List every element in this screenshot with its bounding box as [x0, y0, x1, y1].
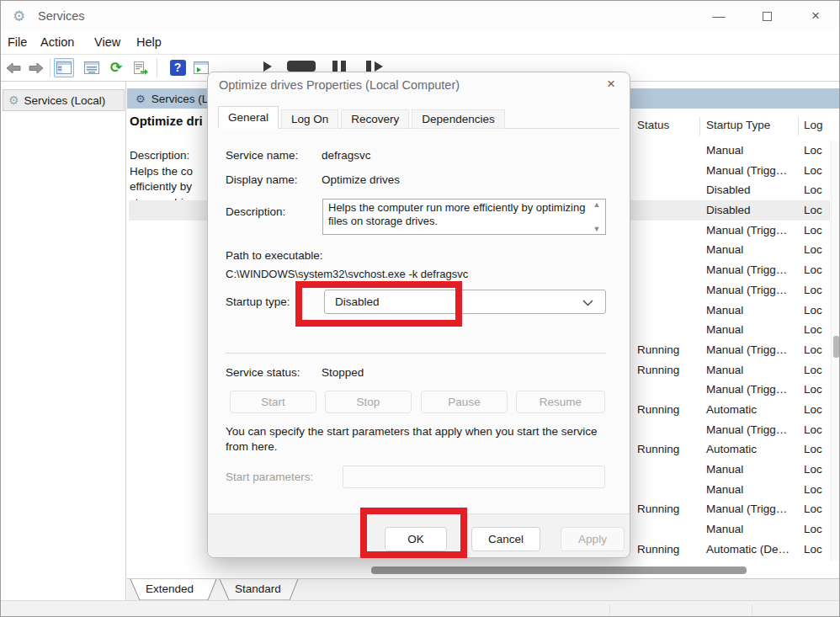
services-window: ⚙ Services — × File Action View Help ⟳ ? [0, 0, 840, 617]
service-cell-log: Loc [804, 519, 822, 540]
service-cell-startup: Manual [706, 460, 743, 480]
horizontal-scrollbar-thumb[interactable] [371, 566, 747, 574]
resume-button[interactable]: Resume [516, 391, 605, 413]
restart-service-icon[interactable] [366, 61, 371, 72]
close-button[interactable]: × [807, 8, 824, 24]
start-service-icon[interactable] [263, 61, 272, 72]
annotation-startup-type-highlight [295, 281, 462, 327]
menu-action[interactable]: Action [40, 35, 74, 49]
forward-icon[interactable] [26, 58, 46, 77]
note-line: from here. [226, 439, 598, 455]
service-cell-log: Loc [804, 320, 822, 340]
tree-item-services-local[interactable]: ⚙ Services (Local) [3, 89, 125, 111]
start-parameters-input[interactable] [343, 465, 605, 488]
service-cell-startup: Automatic (De… [706, 540, 789, 560]
services-app-icon: ⚙ [13, 8, 25, 25]
pause-button[interactable]: Pause [421, 391, 508, 413]
services-node-icon: ⚙ [8, 93, 19, 107]
service-cell-startup: Manual (Trigg… [706, 260, 787, 280]
scroll-down-icon[interactable]: ▼ [593, 225, 601, 233]
column-header-status[interactable]: Status [637, 119, 669, 131]
tab-extended[interactable]: Extended [146, 582, 194, 595]
service-cell-log: Loc [804, 240, 822, 260]
service-cell-startup: Disabled [706, 180, 751, 200]
service-cell-log: Loc [804, 260, 822, 280]
service-cell-startup: Manual (Trigg… [706, 499, 787, 519]
minimize-button[interactable]: — [710, 8, 727, 24]
service-cell-log: Loc [804, 460, 822, 480]
service-cell-log: Loc [804, 380, 822, 400]
service-cell-startup: Manual (Trigg… [706, 161, 787, 181]
window-title: Services [38, 9, 85, 23]
column-header-log[interactable]: Log [804, 119, 823, 131]
help-icon[interactable]: ? [167, 58, 188, 77]
maximize-button[interactable] [763, 12, 772, 21]
service-cell-startup: Automatic [706, 400, 757, 420]
path-value: C:\WINDOWS\system32\svchost.exe -k defra… [226, 268, 468, 280]
tab-dependencies[interactable]: Dependencies [412, 109, 504, 129]
vertical-scrollbar[interactable] [831, 141, 840, 561]
tab-recovery[interactable]: Recovery [341, 109, 409, 129]
dialog-tab-strip: General Log On Recovery Dependencies [218, 106, 619, 129]
service-cell-startup: Manual (Trigg… [706, 280, 787, 301]
stop-service-icon[interactable] [287, 61, 316, 72]
refresh-icon[interactable]: ⟳ [106, 58, 126, 77]
menu-bar: File Action View Help [1, 31, 839, 55]
pause-service-icon[interactable] [332, 61, 338, 72]
menu-help[interactable]: Help [136, 35, 162, 49]
service-cell-log: Loc [804, 360, 822, 380]
service-cell-status: Running [637, 439, 679, 460]
vertical-scrollbar-thumb[interactable] [833, 336, 839, 358]
service-cell-log: Loc [804, 180, 822, 200]
service-cell-log: Loc [804, 141, 822, 161]
service-cell-startup: Manual [706, 141, 743, 161]
description-textarea[interactable]: Helps the computer run more efficiently … [322, 199, 606, 235]
column-separator[interactable] [699, 117, 700, 136]
display-name-label: Display name: [226, 173, 298, 186]
apply-button[interactable]: Apply [561, 527, 625, 551]
service-cell-startup: Manual [706, 320, 743, 340]
tab-general[interactable]: General [218, 106, 279, 129]
service-cell-log: Loc [804, 161, 822, 181]
pane-header-icon: ⚙ [136, 93, 146, 105]
view-tabs-row: Extended Standard [127, 578, 840, 600]
service-cell-startup: Disabled [706, 200, 751, 221]
note-line: You can specify the start parameters tha… [226, 424, 598, 439]
chevron-down-icon [582, 300, 593, 306]
description-scroll-arrows[interactable]: ▲▼ [591, 200, 603, 233]
menu-view[interactable]: View [94, 35, 120, 49]
show-console-tree-icon[interactable] [54, 58, 74, 77]
back-icon[interactable] [3, 58, 24, 77]
service-cell-startup: Manual [706, 360, 743, 380]
service-cell-startup: Manual (Trigg… [706, 221, 787, 241]
scroll-up-icon[interactable]: ▲ [593, 200, 601, 209]
startup-type-label: Startup type: [226, 295, 290, 308]
stop-button[interactable]: Stop [325, 391, 412, 413]
horizontal-scrollbar[interactable] [129, 563, 830, 578]
tab-standard[interactable]: Standard [235, 582, 281, 595]
service-cell-status: Running [637, 400, 679, 420]
service-status-label: Service status: [226, 366, 300, 379]
service-cell-log: Loc [804, 340, 822, 360]
service-cell-log: Loc [804, 280, 822, 301]
dialog-close-icon[interactable]: × [603, 76, 619, 93]
service-cell-status: Running [637, 340, 679, 360]
start-button[interactable]: Start [230, 391, 316, 413]
service-status-value: Stopped [322, 366, 364, 379]
console-tree-pane: ⚙ Services (Local) [1, 82, 126, 600]
service-cell-status: Running [637, 499, 679, 519]
menu-file[interactable]: File [8, 35, 27, 49]
tab-log-on[interactable]: Log On [281, 109, 338, 129]
restart-service-icon-2 [375, 61, 383, 72]
pane-header-title: Services (Local) [152, 93, 209, 105]
display-name-value: Optimize drives [322, 173, 400, 186]
cancel-button[interactable]: Cancel [471, 527, 540, 551]
export-list-icon[interactable] [130, 58, 151, 77]
status-bar [1, 600, 840, 617]
column-separator[interactable] [798, 117, 799, 136]
tree-item-label: Services (Local) [24, 94, 106, 107]
column-header-startup[interactable]: Startup Type [706, 119, 770, 131]
properties-icon[interactable] [82, 58, 102, 77]
service-cell-startup: Automatic [706, 439, 757, 460]
service-cell-status: Running [637, 360, 679, 380]
